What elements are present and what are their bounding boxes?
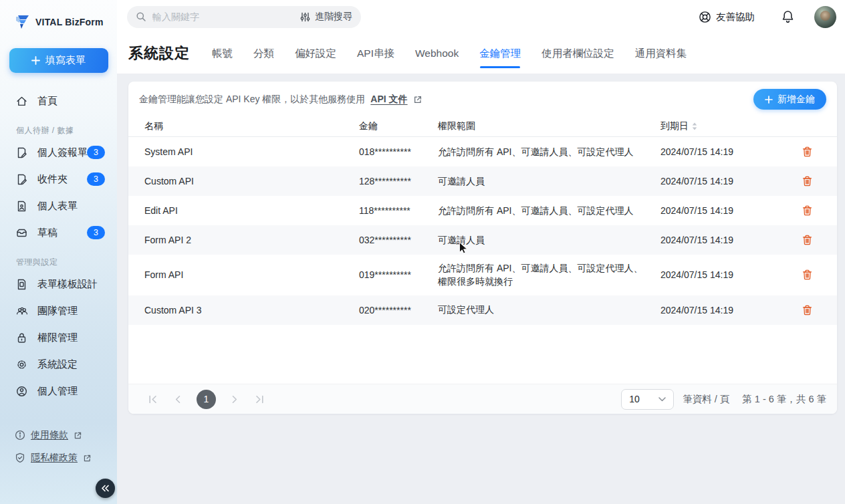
key-expiry: 2024/07/15 14:19 xyxy=(660,146,801,157)
delete-key-button[interactable] xyxy=(801,204,814,217)
page-header: 系統設定 帳號 分類 偏好設定 API串接 Webhook 金鑰管理 使用者欄位… xyxy=(117,33,845,74)
count-badge: 3 xyxy=(87,146,105,159)
tab-preferences[interactable]: 偏好設定 xyxy=(295,47,336,61)
table-row: Form API 019********** 允許訪問所有 API、可邀請人員、… xyxy=(128,255,837,295)
terms-label: 使用條款 xyxy=(31,429,68,441)
tab-api-integration[interactable]: API串接 xyxy=(357,47,394,61)
key-name: System API xyxy=(128,146,359,157)
advanced-search-button[interactable]: 進階搜尋 xyxy=(300,11,352,23)
sidebar-footer: 使用條款 隱私權政策 xyxy=(0,424,117,469)
column-header-name: 名稱 xyxy=(128,120,359,132)
table-row: Custom API 3 020********** 可設定代理人 2024/0… xyxy=(128,295,837,325)
key-expiry: 2024/07/15 14:19 xyxy=(660,176,801,186)
help-label: 友善協助 xyxy=(716,11,755,23)
sidebar-section-personal: 個人待辦 / 數據 xyxy=(16,125,117,136)
tab-common-dataset[interactable]: 通用資料集 xyxy=(635,47,687,61)
description-text: 金鑰管理能讓您設定 API Key 權限，以於其他服務使用 xyxy=(139,94,365,106)
sidebar-item-label: 團隊管理 xyxy=(37,305,78,318)
tab-key-management[interactable]: 金鑰管理 xyxy=(479,47,521,61)
privacy-link[interactable]: 隱私權政策 xyxy=(0,447,117,469)
notifications-bell-icon[interactable] xyxy=(781,10,794,23)
fill-form-label: 填寫表單 xyxy=(45,54,86,67)
key-name: Form API xyxy=(128,269,359,280)
app-logo[interactable]: VITAL BizForm xyxy=(0,0,117,31)
topbar-right: 友善協助 xyxy=(699,6,845,28)
sidebar-item-drafts[interactable]: 草稿 3 xyxy=(0,219,117,246)
column-header-expiry: 到期日 xyxy=(660,120,801,132)
table-empty-space xyxy=(128,325,837,384)
shield-icon xyxy=(15,453,25,463)
plus-icon xyxy=(765,96,773,104)
sidebar-nav: 首頁 個人待辦 / 數據 個人簽報單 3 收件夾 3 xyxy=(0,88,117,404)
sidebar-item-inbox[interactable]: 收件夾 3 xyxy=(0,166,117,193)
key-value: 118********** xyxy=(359,205,438,216)
table-row: Form API 2 032********** 可邀請人員 2024/07/1… xyxy=(128,225,837,255)
key-value: 020********** xyxy=(359,305,438,316)
delete-key-button[interactable] xyxy=(801,303,814,317)
sidebar-item-sign-forms[interactable]: 個人簽報單 3 xyxy=(0,139,117,166)
last-page-button[interactable] xyxy=(251,392,268,406)
sidebar-item-home[interactable]: 首頁 xyxy=(0,88,117,114)
search-icon xyxy=(136,11,146,22)
table-header: 名稱 金鑰 權限範圍 到期日 xyxy=(128,116,837,137)
sidebar-item-permissions[interactable]: 權限管理 xyxy=(0,324,117,351)
privacy-label: 隱私權政策 xyxy=(31,452,78,464)
help-button[interactable]: 友善協助 xyxy=(699,11,755,23)
inbox-icon xyxy=(16,174,27,185)
external-link-icon[interactable] xyxy=(413,95,422,104)
delete-key-button[interactable] xyxy=(801,174,814,188)
terms-link[interactable]: 使用條款 xyxy=(0,424,117,447)
card-toolbar: 金鑰管理能讓您設定 API Key 權限，以於其他服務使用 API 文件 新增金… xyxy=(128,82,837,116)
search-input[interactable] xyxy=(152,11,294,22)
key-expiry: 2024/07/15 14:19 xyxy=(660,269,801,280)
delete-key-button[interactable] xyxy=(801,145,814,158)
add-key-button[interactable]: 新增金鑰 xyxy=(753,89,826,110)
sidebar-item-label: 收件夾 xyxy=(37,173,68,186)
key-scope: 允許訪問所有 API、可邀請人員、可設定代理人、 權限很多時就換行 xyxy=(438,255,660,295)
key-value: 032********** xyxy=(359,235,438,245)
fill-form-button[interactable]: 填寫表單 xyxy=(9,48,108,73)
previous-page-button[interactable] xyxy=(170,392,185,406)
page-size-value: 10 xyxy=(629,394,640,404)
first-page-button[interactable] xyxy=(144,392,162,406)
user-avatar[interactable] xyxy=(814,6,836,28)
tab-category[interactable]: 分類 xyxy=(253,47,274,61)
page-title: 系統設定 xyxy=(128,43,190,64)
sidebar-collapse-button[interactable] xyxy=(96,479,115,498)
sidebar-item-label: 個人管理 xyxy=(37,385,78,398)
range-label: 第 1 - 6 筆，共 6 筆 xyxy=(742,393,826,406)
sidebar-item-personal-forms[interactable]: 個人表單 xyxy=(0,193,117,219)
page-size-select[interactable]: 10 xyxy=(621,389,674,410)
tab-account[interactable]: 帳號 xyxy=(212,47,233,61)
search-bar[interactable]: 進階搜尋 xyxy=(127,6,361,28)
next-page-button[interactable] xyxy=(227,392,242,406)
tab-user-fields[interactable]: 使用者欄位設定 xyxy=(541,47,614,61)
external-link-icon xyxy=(74,431,82,440)
sidebar-item-label: 表單樣板設計 xyxy=(37,278,98,291)
sidebar-item-system-settings[interactable]: 系統設定 xyxy=(0,351,117,378)
table-row: Custom API 128********** 可邀請人員 2024/07/1… xyxy=(128,166,837,196)
logo-icon xyxy=(13,13,31,31)
advanced-search-label: 進階搜尋 xyxy=(315,11,352,23)
sidebar-item-profile[interactable]: 個人管理 xyxy=(0,378,117,404)
personal-form-icon xyxy=(16,201,27,212)
column-header-scope: 權限範圍 xyxy=(438,120,660,132)
key-name: Form API 2 xyxy=(128,235,359,245)
topbar: 進階搜尋 友善協助 xyxy=(117,0,845,33)
sidebar-item-label: 個人簽報單 xyxy=(37,146,88,159)
settings-tabs: 帳號 分類 偏好設定 API串接 Webhook 金鑰管理 使用者欄位設定 通用… xyxy=(212,33,687,74)
api-doc-link[interactable]: API 文件 xyxy=(370,94,407,106)
sidebar-item-template-design[interactable]: 表單樣板設計 xyxy=(0,271,117,297)
gear-icon xyxy=(16,359,27,370)
sidebar-item-team[interactable]: 團隊管理 xyxy=(0,297,117,324)
delete-key-button[interactable] xyxy=(801,268,814,281)
current-page-button[interactable]: 1 xyxy=(197,390,216,409)
tab-webhook[interactable]: Webhook xyxy=(415,47,459,59)
key-value: 018********** xyxy=(359,146,438,157)
delete-key-button[interactable] xyxy=(801,233,814,247)
user-circle-icon xyxy=(16,386,27,397)
pager-controls: 1 xyxy=(144,390,268,409)
sign-form-icon xyxy=(16,147,27,158)
sort-icon[interactable] xyxy=(692,122,697,130)
pagination-right: 10 筆資料 / 頁 第 1 - 6 筆，共 6 筆 xyxy=(621,389,826,410)
